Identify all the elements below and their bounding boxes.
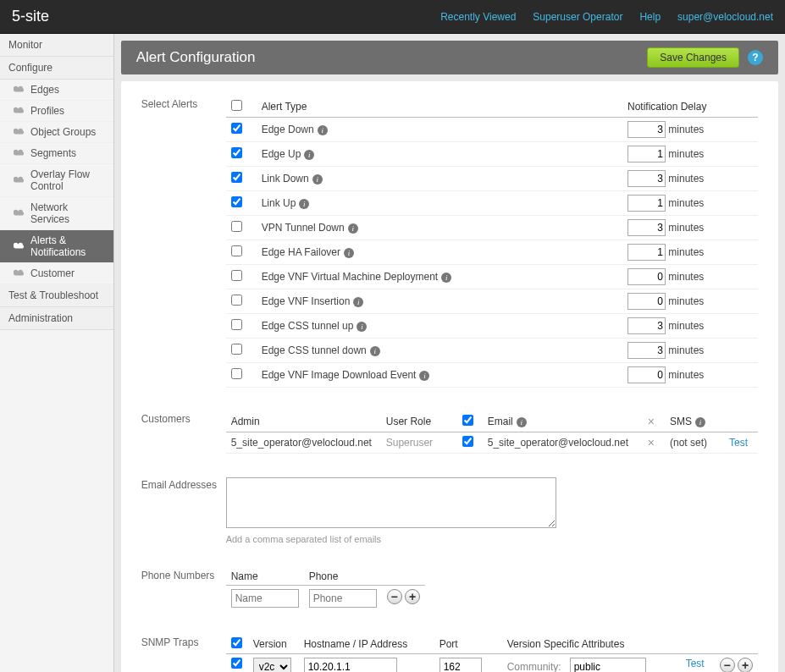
- alert-delay-input[interactable]: [627, 195, 666, 212]
- remove-button[interactable]: −: [720, 658, 735, 672]
- info-icon[interactable]: i: [348, 223, 358, 234]
- alert-checkbox[interactable]: [231, 295, 242, 306]
- snmp-host-input[interactable]: [304, 658, 397, 672]
- info-icon[interactable]: i: [517, 417, 527, 427]
- section-label-email: Email Addresses: [141, 477, 226, 544]
- info-icon[interactable]: i: [370, 346, 380, 356]
- info-icon[interactable]: i: [304, 150, 314, 160]
- alert-delay-input[interactable]: [627, 342, 666, 359]
- sidebar-section-monitor[interactable]: Monitor: [0, 34, 113, 57]
- page-title: Alert Configuration: [136, 49, 256, 66]
- alert-delay-input[interactable]: [627, 366, 666, 383]
- alert-checkbox[interactable]: [231, 368, 242, 379]
- delay-unit: minutes: [668, 148, 704, 160]
- link-user-email[interactable]: super@velocloud.net: [677, 11, 773, 23]
- customer-test-link[interactable]: Test: [729, 437, 748, 449]
- alert-row: Edge Upi minutes: [226, 142, 758, 167]
- delay-unit: minutes: [668, 246, 704, 258]
- sidebar-item-customer[interactable]: Customer: [0, 263, 113, 284]
- alerts-header-checkbox[interactable]: [231, 100, 242, 111]
- sidebar-item-label: Segments: [30, 147, 76, 159]
- sidebar-item-edges[interactable]: Edges: [0, 80, 113, 101]
- email-addresses-input[interactable]: [226, 477, 556, 528]
- info-icon[interactable]: i: [312, 174, 323, 185]
- col-email: Email: [488, 416, 513, 427]
- alert-delay-input[interactable]: [627, 146, 666, 162]
- alert-checkbox[interactable]: [231, 344, 242, 355]
- delay-unit: minutes: [668, 344, 704, 356]
- alert-delay-input[interactable]: [627, 170, 666, 187]
- col-notification-delay: Notification Delay: [622, 96, 758, 118]
- info-icon[interactable]: i: [441, 273, 451, 283]
- sidebar-item-label: Edges: [30, 84, 59, 96]
- link-superuser-operator[interactable]: Superuser Operator: [533, 11, 622, 23]
- add-button[interactable]: +: [405, 589, 420, 604]
- link-recently-viewed[interactable]: Recently Viewed: [440, 11, 516, 23]
- info-icon[interactable]: i: [353, 297, 363, 307]
- alert-label: Edge VNF Insertion: [262, 295, 351, 307]
- topbar: 5-site Recently Viewed Superuser Operato…: [0, 0, 785, 34]
- sidebar-section-configure[interactable]: Configure: [0, 57, 113, 80]
- alert-checkbox[interactable]: [231, 147, 242, 158]
- alert-delay-input[interactable]: [627, 268, 666, 285]
- snmp-port-input[interactable]: [439, 658, 482, 672]
- sidebar-item-segments[interactable]: Segments: [0, 143, 113, 164]
- customer-role: Superuser: [381, 432, 457, 454]
- col-snmp-host: Hostname / IP Address: [299, 635, 434, 654]
- save-button[interactable]: Save Changes: [647, 47, 739, 68]
- alert-delay-input[interactable]: [627, 219, 666, 236]
- alert-row: Edge CSS tunnel downi minutes: [226, 339, 758, 363]
- customer-email-checkbox[interactable]: [462, 436, 473, 447]
- close-icon[interactable]: ×: [643, 415, 660, 428]
- snmp-version-select[interactable]: v2c: [253, 658, 291, 672]
- add-button[interactable]: +: [738, 658, 753, 672]
- phone-name-input[interactable]: [231, 589, 299, 608]
- cloud-icon: [14, 126, 25, 138]
- alert-delay-input[interactable]: [627, 317, 666, 334]
- sidebar-item-alerts-notifications[interactable]: Alerts & Notifications: [0, 230, 113, 263]
- section-label-alerts: Select Alerts: [141, 96, 226, 388]
- delay-unit: minutes: [668, 369, 704, 381]
- sidebar-item-network-services[interactable]: Network Services: [0, 197, 113, 230]
- info-icon[interactable]: i: [419, 371, 429, 381]
- alert-checkbox[interactable]: [231, 319, 242, 330]
- alert-checkbox[interactable]: [231, 245, 242, 256]
- alert-checkbox[interactable]: [231, 172, 242, 183]
- link-help[interactable]: Help: [639, 11, 661, 23]
- info-icon[interactable]: i: [299, 199, 309, 209]
- sidebar-item-label: Customer: [30, 267, 75, 279]
- close-icon[interactable]: ×: [643, 436, 660, 449]
- phone-phone-input[interactable]: [309, 589, 377, 608]
- sidebar-section-administration[interactable]: Administration: [0, 307, 113, 330]
- sidebar-item-profiles[interactable]: Profiles: [0, 101, 113, 122]
- customers-email-header-checkbox[interactable]: [462, 415, 473, 426]
- info-icon[interactable]: i: [357, 322, 367, 332]
- info-icon[interactable]: i: [695, 417, 705, 427]
- cloud-icon: [14, 207, 25, 219]
- alert-checkbox[interactable]: [231, 270, 242, 281]
- alert-row: Edge VNF Image Download Eventi minutes: [226, 363, 758, 388]
- remove-button[interactable]: −: [387, 589, 402, 604]
- info-icon[interactable]: i: [318, 125, 328, 135]
- snmp-test-link[interactable]: Test: [686, 658, 705, 669]
- help-icon[interactable]: ?: [748, 50, 763, 65]
- col-role: User Role: [381, 411, 457, 432]
- sidebar-item-overlay-flow-control[interactable]: Overlay Flow Control: [0, 164, 113, 197]
- info-icon[interactable]: i: [344, 248, 354, 258]
- sidebar: MonitorConfigureEdgesProfilesObject Grou…: [0, 34, 114, 672]
- cloud-icon: [14, 267, 25, 279]
- sidebar-section-test-troubleshoot[interactable]: Test & Troubleshoot: [0, 284, 113, 307]
- snmp-row-checkbox[interactable]: [231, 658, 242, 669]
- alert-delay-input[interactable]: [627, 121, 666, 138]
- sidebar-item-object-groups[interactable]: Object Groups: [0, 122, 113, 143]
- alert-checkbox[interactable]: [231, 221, 242, 232]
- snmp-enable-checkbox[interactable]: [231, 637, 242, 648]
- cloud-icon: [14, 84, 25, 96]
- alert-checkbox[interactable]: [231, 196, 242, 207]
- alert-delay-input[interactable]: [627, 244, 666, 261]
- alert-delay-input[interactable]: [627, 293, 666, 310]
- alert-checkbox[interactable]: [231, 123, 242, 134]
- snmp-table: Version Hostname / IP Address Port Versi…: [226, 635, 758, 672]
- alert-row: VPN Tunnel Downi minutes: [226, 216, 758, 240]
- snmp-community-input[interactable]: [570, 658, 646, 672]
